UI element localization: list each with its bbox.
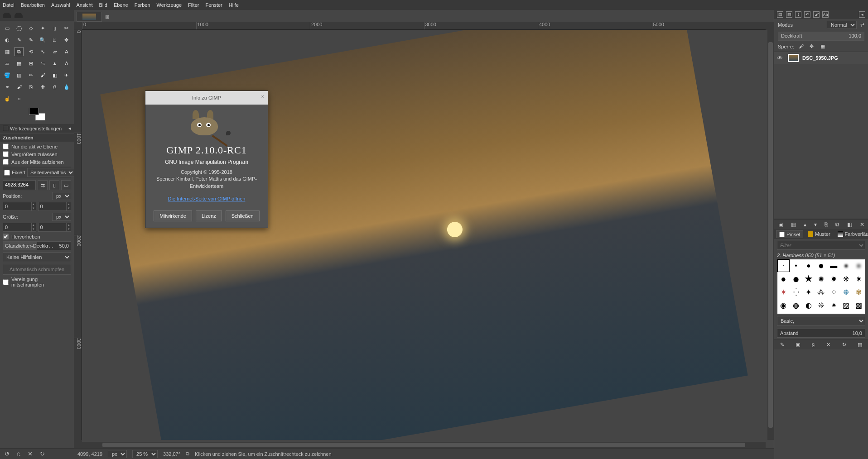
footer-reset-icon[interactable]: ↻ xyxy=(40,450,45,457)
position-unit-select[interactable]: px xyxy=(52,192,71,200)
tool-rect-select[interactable]: ▭ xyxy=(3,24,12,33)
refresh-brush-icon[interactable]: ↻ xyxy=(842,342,846,348)
dock-menu-icon[interactable]: ◂ xyxy=(859,11,865,18)
opacity-slider[interactable]: Deckkraft 100,0 xyxy=(778,32,864,41)
brush-item[interactable]: · xyxy=(777,259,790,272)
chk-allow-grow[interactable]: Vergrößern zulassen xyxy=(3,151,71,157)
dialog-close-icon[interactable]: × xyxy=(261,94,264,99)
tool-move[interactable]: ✥ xyxy=(62,35,71,44)
menu-file[interactable]: Datei xyxy=(3,2,14,8)
brush-filter-select[interactable]: Filter xyxy=(777,241,865,250)
brush-item[interactable]: ⁘ xyxy=(828,286,840,298)
new-group-icon[interactable]: ▦ xyxy=(791,221,796,228)
brush-item[interactable]: ▬ xyxy=(828,259,840,272)
tool-paintbrush[interactable]: 🖌 xyxy=(38,71,47,80)
tool-airbrush[interactable]: ✈ xyxy=(62,71,71,80)
menu-colors[interactable]: Farben xyxy=(135,2,150,8)
merge-down-icon[interactable]: ⧉ xyxy=(835,221,839,228)
chk-shrink-merged[interactable]: Vereinigung mitschrumpfen xyxy=(3,277,71,287)
text-tab-icon[interactable]: Aa xyxy=(822,11,829,18)
tool-bucket[interactable]: 🪣 xyxy=(3,71,12,80)
brush-item[interactable]: ✶ xyxy=(777,286,790,298)
chk-highlight[interactable]: Hervorheben xyxy=(3,234,71,239)
fixed-mode-select[interactable]: Seitenverhältnis xyxy=(27,168,75,177)
layer-row[interactable]: 👁 DSC_5950.JPG xyxy=(774,52,868,64)
brush-item[interactable]: ● xyxy=(853,259,865,272)
duplicate-brush-icon[interactable]: ⎘ xyxy=(812,342,815,348)
brush-item[interactable]: ▨ xyxy=(840,299,853,311)
layer-visibility-icon[interactable]: 👁 xyxy=(777,55,784,62)
lower-layer-icon[interactable]: ▾ xyxy=(814,221,817,228)
fg-color[interactable] xyxy=(29,108,39,115)
tool-handle[interactable]: ⊞ xyxy=(26,59,35,68)
tool-free-select[interactable]: ◇ xyxy=(26,24,35,33)
brush-item[interactable]: ⁕ xyxy=(828,299,840,311)
layers-tab-icon[interactable]: ▤ xyxy=(777,11,783,18)
size-unit-select[interactable]: px xyxy=(52,213,71,221)
aspect-swap-icon[interactable]: ⇆ xyxy=(38,180,48,190)
delete-brush-icon[interactable]: ✕ xyxy=(826,342,830,348)
brush-item[interactable]: ✺ xyxy=(815,273,827,285)
tool-foreground[interactable]: ◐ xyxy=(3,35,12,44)
brush-item[interactable]: ◍ xyxy=(790,299,802,311)
edit-brush-icon[interactable]: ✎ xyxy=(780,342,784,348)
aspect-landscape-icon[interactable]: ▭ xyxy=(61,180,71,190)
menu-layer[interactable]: Ebene xyxy=(114,2,128,8)
raise-layer-icon[interactable]: ▴ xyxy=(804,221,806,228)
size-w-input[interactable]: 0▴▾ xyxy=(3,223,36,232)
brush-item[interactable]: ✦ xyxy=(802,286,815,298)
open-brush-icon[interactable]: ▤ xyxy=(858,342,862,348)
channels-tab-icon[interactable]: ▥ xyxy=(786,11,792,18)
guides-select[interactable]: Keine Hilfslinien xyxy=(3,252,71,262)
menu-select[interactable]: Auswahl xyxy=(51,2,70,8)
tool-smudge[interactable]: ☝ xyxy=(3,94,12,103)
tool-eraser[interactable]: ◧ xyxy=(50,71,59,80)
duplicate-layer-icon[interactable]: ⎘ xyxy=(825,221,828,228)
status-unit-select[interactable]: px xyxy=(108,450,127,458)
footer-restore-icon[interactable]: ⎌ xyxy=(17,450,20,457)
tool-scale[interactable]: ⤡ xyxy=(38,47,47,56)
tool-scissors[interactable]: ✂ xyxy=(62,24,71,33)
brush-item[interactable]: ▩ xyxy=(853,299,865,311)
menu-edit[interactable]: Bearbeiten xyxy=(21,2,45,8)
tool-fuzzy-select[interactable]: ✦ xyxy=(38,24,47,33)
brush-category-select[interactable]: Basic, xyxy=(777,316,865,326)
tool-unified[interactable]: ▦ xyxy=(14,59,24,68)
menu-tools[interactable]: Werkzeuge xyxy=(157,2,182,8)
tool-cage[interactable]: ▲ xyxy=(50,59,59,68)
menu-window[interactable]: Fenster xyxy=(205,2,222,8)
brush-item[interactable]: ❊ xyxy=(815,299,827,311)
tool-perspective[interactable]: ▱ xyxy=(3,59,12,68)
tool-clone[interactable]: ⎘ xyxy=(26,82,35,91)
about-contributors-button[interactable]: Mitwirkende xyxy=(154,210,192,221)
brush-item[interactable]: ◉ xyxy=(777,299,790,311)
ruler-vertical[interactable]: 0100020003000 xyxy=(74,30,82,440)
scrollbar-horizontal[interactable] xyxy=(82,442,766,448)
brush-tab-icon[interactable]: 🖌 xyxy=(813,11,820,18)
lock-pixels-icon[interactable]: 🖌 xyxy=(799,43,805,50)
brush-item[interactable]: ❉ xyxy=(840,286,853,298)
tool-mypaint[interactable]: 🖌 xyxy=(14,82,24,91)
tool-perspective-clone[interactable]: ⎙ xyxy=(50,82,59,91)
tool-flip[interactable]: ⇋ xyxy=(38,59,47,68)
mask-icon[interactable]: ◧ xyxy=(847,221,852,228)
tool-crop[interactable]: ⧉ xyxy=(14,47,24,56)
lock-position-icon[interactable]: ✥ xyxy=(810,43,816,50)
footer-save-icon[interactable]: ↺ xyxy=(5,450,10,457)
tool-text[interactable]: A xyxy=(62,47,71,56)
tool-warp[interactable]: A xyxy=(62,59,71,68)
brush-item[interactable]: ❋ xyxy=(840,273,853,285)
tool-ink[interactable]: ✒ xyxy=(3,82,12,91)
brush-item[interactable]: • xyxy=(790,259,802,272)
fg-bg-colors[interactable] xyxy=(29,108,45,120)
pos-y-input[interactable]: 0▴▾ xyxy=(38,202,72,211)
auto-shrink-button[interactable]: Automatisch schrumpfen xyxy=(3,264,71,275)
pos-x-input[interactable]: 0▴▾ xyxy=(3,202,36,211)
tool-pencil[interactable]: ✏ xyxy=(26,71,35,80)
tool-paths[interactable]: ✎ xyxy=(14,35,24,44)
aspect-value[interactable]: 4928:3264 xyxy=(3,180,36,190)
tab-gradient[interactable]: Farbverläufe xyxy=(835,230,868,238)
mode-select[interactable]: Normal xyxy=(827,21,857,29)
brush-item[interactable]: ⁂ xyxy=(815,286,827,298)
tool-by-color[interactable]: ▯ xyxy=(50,24,59,33)
